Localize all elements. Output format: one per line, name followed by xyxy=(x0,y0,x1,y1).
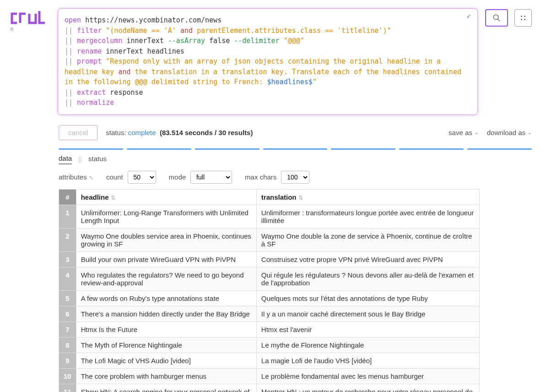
row-number: 2 xyxy=(59,228,76,251)
cell-translation: Il y a un manoir caché directement sous … xyxy=(256,306,479,321)
tab-data[interactable]: data xyxy=(59,154,72,164)
table-row[interactable]: 1Unlimiformer: Long-Range Transformers w… xyxy=(59,205,480,228)
row-number: 4 xyxy=(59,267,76,290)
maxchars-label: max chars xyxy=(245,173,276,181)
cell-translation: Quelques mots sur l'état des annotations… xyxy=(256,290,479,306)
row-number: 8 xyxy=(59,337,76,353)
collapse-icon: ⤡ xyxy=(89,174,93,181)
row-number: 3 xyxy=(59,251,76,267)
row-number: 6 xyxy=(59,306,76,321)
row-number: 10 xyxy=(59,368,76,384)
tab-separator: || xyxy=(78,155,82,163)
sort-icon: ⇅ xyxy=(111,195,115,201)
svg-point-0 xyxy=(493,15,498,20)
expand-button[interactable] xyxy=(514,9,532,27)
query-editor[interactable]: open https://news.ycombinator.com/news||… xyxy=(58,8,478,115)
cell-translation: Htmx est l'avenir xyxy=(256,321,479,337)
cell-headline: A few words on Ruby's type annotations s… xyxy=(76,290,256,306)
chevron-down-icon: ⌄ xyxy=(527,129,532,136)
logo[interactable]: ® xyxy=(9,8,50,35)
save-as-dropdown[interactable]: save as⌄ xyxy=(449,129,479,136)
mode-label: mode xyxy=(169,173,186,181)
cell-translation: Qui régule les régulateurs ? Nous devons… xyxy=(256,267,479,290)
expand-icon xyxy=(520,15,526,21)
column-headline[interactable]: headline⇅ xyxy=(76,189,256,205)
valid-check-icon: ✓ xyxy=(466,13,471,20)
cell-headline: Show HN: A search engine for your person… xyxy=(76,384,256,392)
cell-headline: Unlimiformer: Long-Range Transformers wi… xyxy=(76,205,256,228)
cell-translation: Waymo One double la zone de service à Ph… xyxy=(256,228,479,251)
cell-translation: Montrer HN : un moteur de recherche pour… xyxy=(256,384,479,392)
cell-translation: Unlimiformer : transformateurs longue po… xyxy=(256,205,479,228)
sort-icon: ⇅ xyxy=(298,195,303,201)
table-row[interactable]: 7Htmx Is the FutureHtmx est l'avenir xyxy=(59,321,480,337)
row-number: 7 xyxy=(59,321,76,337)
cell-translation: La magie Lofi de l'audio VHS [vidéo] xyxy=(256,353,479,368)
progress-segments xyxy=(59,148,532,150)
chevron-down-icon: ⌄ xyxy=(474,129,479,136)
row-number: 1 xyxy=(59,205,76,228)
search-button[interactable] xyxy=(485,9,508,27)
attributes-toggle[interactable]: attributes ⤡ xyxy=(59,173,93,181)
row-number: 11 xyxy=(59,384,76,392)
table-row[interactable]: 11Show HN: A search engine for your pers… xyxy=(59,384,480,392)
table-row[interactable]: 10The core problem with hamburger menusL… xyxy=(59,368,480,384)
column-number[interactable]: # xyxy=(59,189,76,205)
cell-headline: Who regulates the regulators? We need to… xyxy=(76,267,256,290)
cancel-button[interactable]: cancel xyxy=(59,125,97,140)
table-row[interactable]: 4Who regulates the regulators? We need t… xyxy=(59,267,480,290)
cell-translation: Le problème fondamental avec les menus h… xyxy=(256,368,479,384)
cell-headline: Build your own private WireGuard VPN wit… xyxy=(76,251,256,267)
svg-line-1 xyxy=(498,19,500,21)
column-translation[interactable]: translation⇅ xyxy=(256,189,479,205)
table-row[interactable]: 6There's a mansion hidden directly under… xyxy=(59,306,480,321)
search-icon xyxy=(492,14,501,22)
download-as-dropdown[interactable]: download as⌄ xyxy=(487,129,532,136)
row-number: 5 xyxy=(59,290,76,306)
cell-translation: Construisez votre propre VPN privé WireG… xyxy=(256,251,479,267)
cell-translation: Le mythe de Florence Nightingale xyxy=(256,337,479,353)
table-row[interactable]: 9The Lofi Magic of VHS Audio [video]La m… xyxy=(59,353,480,368)
cell-headline: The Myth of Florence Nightingale xyxy=(76,337,256,353)
cell-headline: The Lofi Magic of VHS Audio [video] xyxy=(76,353,256,368)
table-row[interactable]: 3Build your own private WireGuard VPN wi… xyxy=(59,251,480,267)
table-row[interactable]: 2Waymo One doubles service area in Phoen… xyxy=(59,228,480,251)
maxchars-select[interactable]: 50100200500 xyxy=(281,171,309,184)
tab-status[interactable]: status xyxy=(88,155,107,164)
cell-headline: Htmx Is the Future xyxy=(76,321,256,337)
mode-select[interactable]: fullcompact xyxy=(190,171,232,184)
cell-headline: The core problem with hamburger menus xyxy=(76,368,256,384)
table-row[interactable]: 8The Myth of Florence NightingaleLe myth… xyxy=(59,337,480,353)
results-table: # headline⇅ translation⇅ 1Unlimiformer: … xyxy=(59,189,480,392)
table-row[interactable]: 5A few words on Ruby's type annotations … xyxy=(59,290,480,306)
count-label: count xyxy=(106,173,123,181)
count-select[interactable]: 102550100 xyxy=(128,171,156,184)
row-number: 9 xyxy=(59,353,76,368)
status-text: status: complete (83.514 seconds / 30 re… xyxy=(106,129,253,136)
cell-headline: There's a mansion hidden directly under … xyxy=(76,306,256,321)
cell-headline: Waymo One doubles service area in Phoeni… xyxy=(76,228,256,251)
